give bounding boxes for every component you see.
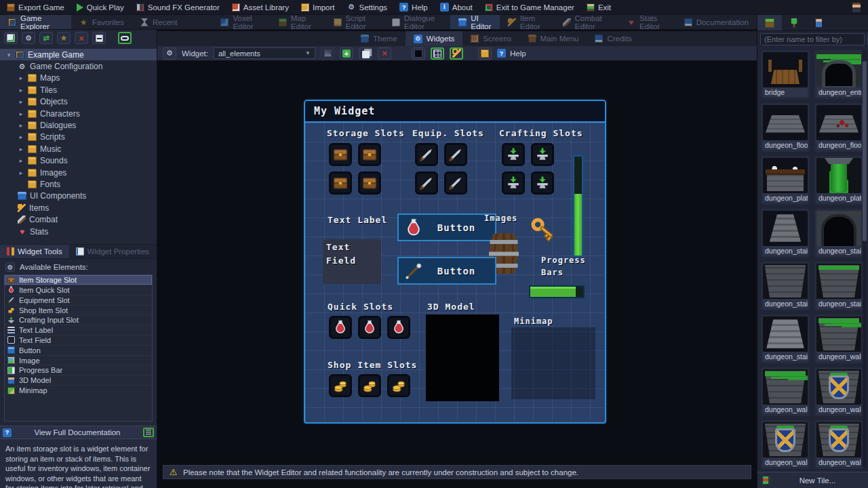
item-quick-slot[interactable] xyxy=(387,316,410,339)
tab-tiles[interactable] xyxy=(757,15,782,30)
crafting-slots-label[interactable]: Crafting Slots xyxy=(499,128,583,138)
menu-sound-fx-generator[interactable]: Sound FX Generator xyxy=(136,3,220,12)
tile-card[interactable]: bridge xyxy=(761,50,810,99)
element-item-quick-slot[interactable]: Item Quick Slot xyxy=(5,285,152,296)
tree-item-example-game[interactable]: ▾Example Game xyxy=(0,49,157,60)
equipment-slot[interactable] xyxy=(444,171,467,195)
tab-voxel-editor[interactable]: Voxel Editor xyxy=(212,15,270,29)
tab-ui-editor[interactable]: UI Editor xyxy=(450,15,499,29)
tree-item-sounds[interactable]: ▸Sounds xyxy=(0,155,157,167)
crafting-input-slot[interactable] xyxy=(502,143,525,166)
new-asset-button[interactable] xyxy=(4,32,18,44)
item-storage-slot[interactable] xyxy=(329,143,352,166)
crafting-input-slot[interactable] xyxy=(502,171,525,195)
tab-favorites[interactable]: ★Favorites xyxy=(71,15,132,29)
model-label[interactable]: 3D Model xyxy=(427,302,475,312)
tab-documentation[interactable]: Documentation xyxy=(676,15,757,29)
doc-toggle-button[interactable] xyxy=(143,428,154,437)
expander-icon[interactable]: ▸ xyxy=(18,75,24,81)
shop-item-slot[interactable] xyxy=(387,374,410,397)
menu-import[interactable]: Import xyxy=(301,3,335,12)
grid-toggle-button[interactable] xyxy=(431,47,444,60)
refresh-button[interactable]: ⇄ xyxy=(39,32,53,44)
duplicate-widget-button[interactable] xyxy=(359,47,372,60)
item-preview-toggle-button[interactable] xyxy=(450,47,463,60)
tile-card[interactable]: dungeon_wall xyxy=(814,367,863,416)
tree-item-music[interactable]: ▸Music xyxy=(0,143,157,155)
expander-icon[interactable]: ▸ xyxy=(18,87,24,94)
item-storage-slot[interactable] xyxy=(329,171,352,195)
element-text-label[interactable]: Text Label xyxy=(5,325,152,336)
element-text-field[interactable]: Text Field xyxy=(5,336,152,346)
images-label[interactable]: Images xyxy=(484,214,517,223)
delete-widget-button[interactable]: × xyxy=(378,47,391,60)
tile-card[interactable]: dungeon_wall xyxy=(814,420,863,469)
favorite-button[interactable]: ★ xyxy=(57,32,71,44)
delete-button[interactable]: × xyxy=(75,32,88,44)
widget-settings-button[interactable]: ⚙ xyxy=(163,47,176,60)
item-storage-slot[interactable] xyxy=(358,171,381,195)
tree-item-game-configuration[interactable]: ⚙Game Configuration xyxy=(0,60,157,72)
equipment-slot[interactable] xyxy=(415,171,438,195)
tab-main-menu[interactable]: Main Menu xyxy=(520,31,587,46)
key-image[interactable] xyxy=(528,214,559,245)
tree-item-images[interactable]: ▸Images xyxy=(0,167,157,178)
vertical-progress-bar[interactable] xyxy=(573,155,583,257)
tab-game-explorer[interactable]: Game Explorer xyxy=(0,15,71,29)
expander-icon[interactable]: ▸ xyxy=(18,134,24,140)
menu-export-game[interactable]: Export Game xyxy=(7,3,64,12)
tab-theme[interactable]: Theme xyxy=(353,31,406,46)
tab-map-editor[interactable]: Map Editor xyxy=(271,15,326,29)
tree-item-items[interactable]: Items xyxy=(0,202,157,214)
tab-characters[interactable] xyxy=(806,15,831,30)
tree-item-tiles[interactable]: ▸Tiles xyxy=(0,84,157,96)
crafting-input-slot[interactable] xyxy=(531,143,554,166)
tree-item-stats[interactable]: ♥Stats xyxy=(0,226,157,237)
widget-window[interactable]: My Widget Storage Slots Equip. Slots Cra… xyxy=(304,100,606,424)
expander-icon[interactable]: ▸ xyxy=(18,146,24,152)
equip-slots-label[interactable]: Equip. Slots xyxy=(412,128,484,138)
horizontal-progress-bar[interactable] xyxy=(529,285,585,298)
equipment-slot[interactable] xyxy=(444,143,467,166)
progress-bars-label[interactable]: Progress Bars xyxy=(541,254,594,279)
tree-item-objects[interactable]: ▸Objects xyxy=(0,96,157,108)
tab-credits[interactable]: Credits xyxy=(587,31,639,46)
menu-about[interactable]: iAbout xyxy=(440,3,473,12)
tile-card[interactable]: dungeon_entr xyxy=(814,50,863,99)
tile-card[interactable]: dungeon_stai xyxy=(814,209,863,258)
tree-item-fonts[interactable]: Fonts xyxy=(0,178,157,190)
tree-item-dialogues[interactable]: ▸Dialogues xyxy=(0,119,157,131)
tab-widgets[interactable]: ⚙Widgets xyxy=(406,31,463,46)
tree-item-characters[interactable]: ▸Characters xyxy=(0,108,157,119)
button-element[interactable]: Button xyxy=(397,257,496,285)
menu-exit-to-game-manager[interactable]: Exit to Game Manager xyxy=(485,3,574,12)
tile-card[interactable]: dungeon_wall xyxy=(761,420,810,469)
tile-card[interactable]: dungeon_wall xyxy=(814,314,863,363)
user-avatar[interactable] xyxy=(852,2,861,13)
tab-script-editor[interactable]: Script Editor xyxy=(326,15,384,29)
tile-filter-input[interactable] xyxy=(760,33,865,45)
save-widget-button[interactable] xyxy=(321,47,334,60)
add-widget-button[interactable]: + xyxy=(340,47,353,60)
tile-card[interactable]: dungeon_floo xyxy=(761,103,810,152)
tab-item-editor[interactable]: Item Editor xyxy=(500,15,555,29)
element-crafting-input-slot[interactable]: Crafting Input Slot xyxy=(5,315,152,325)
tree-item-ui-components[interactable]: UI Components xyxy=(0,190,157,202)
expander-icon[interactable]: ▸ xyxy=(18,157,24,164)
minimap-label[interactable]: Minimap xyxy=(514,317,553,326)
element-item-storage-slot[interactable]: Item Storage Slot xyxy=(5,275,152,285)
tab-widget-tools[interactable]: Widget Tools xyxy=(0,245,69,258)
collapse-all-button[interactable] xyxy=(92,32,106,44)
view-documentation-link[interactable]: View Full Documentation xyxy=(14,428,140,436)
tile-scrollbar[interactable] xyxy=(863,50,867,468)
expander-icon[interactable]: ▸ xyxy=(18,110,24,117)
expander-icon[interactable]: ▸ xyxy=(18,169,24,176)
text-label-element[interactable]: Text Label xyxy=(328,215,387,225)
tile-card[interactable]: dungeon_stai xyxy=(814,262,863,310)
help-button[interactable]: ?Help xyxy=(497,49,526,58)
menu-help[interactable]: ?Help xyxy=(399,3,428,12)
scrollbar-thumb[interactable] xyxy=(863,61,867,241)
menu-quick-play[interactable]: Quick Play xyxy=(77,3,124,12)
shop-item-slots-label[interactable]: Shop Item Slots xyxy=(328,360,417,370)
tab-widget-properties[interactable]: Widget Properties xyxy=(69,245,156,258)
